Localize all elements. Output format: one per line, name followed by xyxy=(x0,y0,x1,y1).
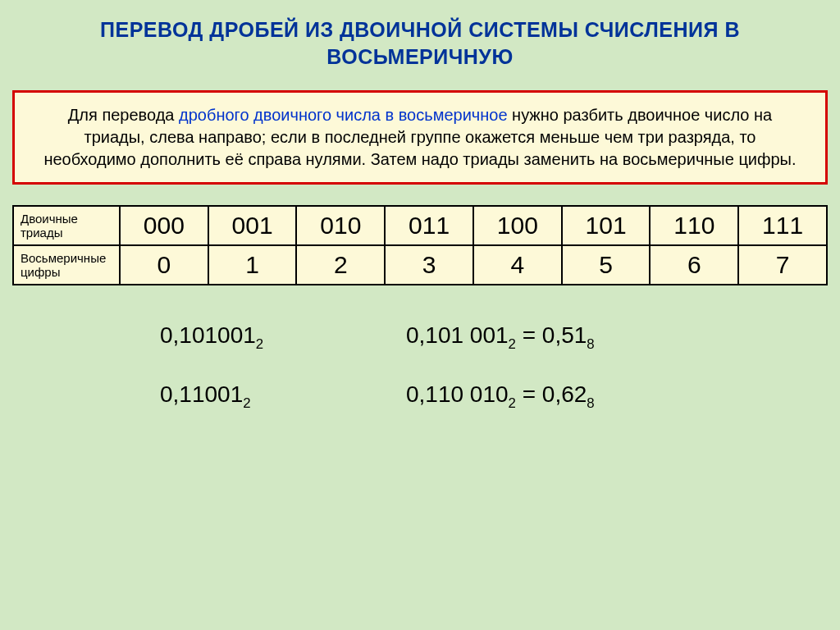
triad-cell: 011 xyxy=(385,206,473,245)
triads-table: Двоичные триады 000 001 010 011 100 101 … xyxy=(12,205,828,285)
subscript: 2 xyxy=(243,395,250,410)
value: 0,62 xyxy=(542,381,587,407)
table-row: Восьмеричные цифры 0 1 2 3 4 5 6 7 xyxy=(13,245,827,285)
value: 0,110 010 xyxy=(406,381,509,407)
triad-cell: 100 xyxy=(473,206,562,245)
subscript: 2 xyxy=(509,395,516,410)
octal-cell: 0 xyxy=(120,245,208,285)
value: 0,11001 xyxy=(160,381,243,407)
triad-cell: 010 xyxy=(296,206,385,245)
example-2-input: 0,110012 xyxy=(160,381,406,412)
rule-box: Для перевода дробного двоичного числа в … xyxy=(12,90,828,185)
octal-cell: 2 xyxy=(296,245,385,285)
triad-cell: 101 xyxy=(562,206,651,245)
octal-cell: 6 xyxy=(650,245,738,285)
subscript: 2 xyxy=(256,336,263,352)
example-1-input: 0,1010012 xyxy=(160,322,406,353)
rule-text-1: Для перевода xyxy=(68,106,179,124)
triad-cell: 111 xyxy=(738,206,827,245)
octal-cell: 1 xyxy=(208,245,297,285)
value: 0,51 xyxy=(542,322,587,348)
equals: = xyxy=(516,381,542,407)
equals: = xyxy=(516,322,542,348)
example-1-result: 0,101 0012 = 0,518 xyxy=(406,322,595,353)
rule-highlight: дробного двоичного числа в восьмеричное xyxy=(179,106,508,124)
octal-cell: 3 xyxy=(385,245,473,285)
row2-label: Восьмеричные цифры xyxy=(13,245,120,285)
row1-label: Двоичные триады xyxy=(13,206,120,245)
triad-cell: 110 xyxy=(650,206,738,245)
table-row: Двоичные триады 000 001 010 011 100 101 … xyxy=(13,206,827,245)
example-2-result: 0,110 0102 = 0,628 xyxy=(406,381,595,412)
subscript: 8 xyxy=(587,336,594,352)
octal-cell: 7 xyxy=(738,245,827,285)
triad-cell: 001 xyxy=(208,206,297,245)
subscript: 8 xyxy=(587,395,594,410)
octal-cell: 5 xyxy=(562,245,651,285)
triad-cell: 000 xyxy=(120,206,208,245)
example-row-1: 0,1010012 0,101 0012 = 0,518 xyxy=(160,322,828,353)
examples: 0,1010012 0,101 0012 = 0,518 0,110012 0,… xyxy=(12,322,828,411)
slide-title: ПЕРЕВОД ДРОБЕЙ ИЗ ДВОИЧНОЙ СИСТЕМЫ СЧИСЛ… xyxy=(12,16,828,70)
subscript: 2 xyxy=(509,336,516,352)
octal-cell: 4 xyxy=(473,245,562,285)
example-row-2: 0,110012 0,110 0102 = 0,628 xyxy=(160,381,828,412)
value: 0,101001 xyxy=(160,322,256,348)
value: 0,101 001 xyxy=(406,322,509,348)
